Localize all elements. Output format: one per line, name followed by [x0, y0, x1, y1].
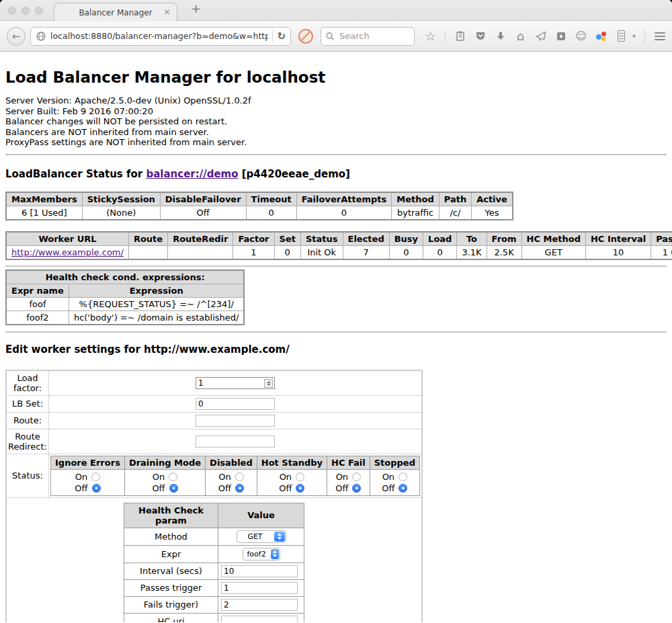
health-check-param-table: Health Check param Value Method GET — [124, 503, 304, 623]
cell-to: 3.1K — [457, 245, 487, 259]
send-plane-icon[interactable] — [532, 27, 550, 46]
tab-balancer-manager[interactable]: Balancer Manager × — [54, 3, 177, 22]
share-colors-icon[interactable] — [592, 27, 610, 46]
minimize-window-button[interactable] — [22, 7, 30, 15]
home-icon[interactable]: ⌂ — [511, 27, 530, 46]
passes-label: Passes trigger — [124, 579, 218, 596]
off-radio[interactable] — [398, 484, 407, 493]
bookmark-star-icon[interactable]: ☆ — [421, 27, 439, 46]
form-row-health-params: Health Check param Value Method GET — [6, 497, 422, 622]
status-radio-table: Ignore Errors Draining Mode Disabled Hot… — [50, 456, 420, 496]
form-row-status: Status: Ignore Errors Draining Mode Disa… — [6, 454, 422, 497]
hc-header-row: Health Check param Value — [124, 503, 304, 528]
search-box[interactable] — [321, 27, 415, 46]
method-label: Method — [124, 528, 218, 545]
sidebar-list-icon[interactable] — [612, 27, 630, 46]
expr-select[interactable]: foof2 — [243, 548, 280, 560]
col-elected: Elected — [343, 232, 389, 246]
overflow-caret-icon[interactable]: ▾ — [632, 32, 639, 40]
route-redirect-input[interactable] — [196, 435, 275, 448]
off-radio[interactable] — [92, 484, 101, 493]
on-radio[interactable] — [91, 472, 100, 481]
route-label: Route: — [6, 412, 49, 429]
off-radio[interactable] — [296, 484, 304, 493]
expr-label: Expr — [124, 545, 218, 563]
hc-expr-title: Health check cond. expressions: — [6, 270, 244, 284]
on-radio[interactable] — [169, 472, 177, 481]
load-factor-input[interactable] — [196, 377, 275, 389]
zoom-window-button[interactable] — [35, 7, 43, 15]
close-window-button[interactable] — [8, 7, 16, 15]
reload-icon[interactable]: ↻ — [277, 30, 286, 42]
new-tab-button[interactable]: + — [191, 1, 201, 15]
save-to-device-icon[interactable] — [552, 27, 570, 46]
col-path: Path — [439, 192, 471, 206]
form-row-route: Route: — [6, 412, 422, 429]
col-status: Status — [300, 232, 343, 246]
table-row: foof %{REQUEST_STATUS} =~ /^[234]/ — [6, 297, 244, 310]
cell-set: 0 — [274, 245, 300, 259]
proxypass-note-line: ProxyPass settings are NOT inherited fro… — [5, 137, 667, 148]
col-set: Set — [274, 232, 300, 246]
route-redirect-label: Route Redirect: — [6, 429, 49, 454]
url-text[interactable]: localhost:8880/balancer-manager?b=demo&w… — [50, 31, 268, 41]
download-icon[interactable] — [491, 27, 509, 46]
number-spinner-icon[interactable] — [264, 379, 273, 388]
search-input[interactable] — [338, 30, 405, 42]
on-radio[interactable] — [235, 472, 244, 481]
cell-route — [128, 245, 167, 259]
cell-worker-url: http://www.example.com/ — [6, 245, 128, 259]
status-col-stopped: On Off — [370, 469, 419, 495]
off-radio[interactable] — [352, 484, 361, 493]
table-title-row: Health check cond. expressions: — [6, 270, 244, 284]
fails-input[interactable] — [221, 599, 298, 611]
tab-bar: Balancer Manager × + — [0, 0, 672, 21]
on-radio[interactable] — [398, 472, 407, 481]
lb-set-input[interactable] — [196, 398, 275, 410]
col-from: From — [487, 232, 521, 246]
interval-input[interactable] — [221, 565, 298, 577]
balancer-status-table: MaxMembers StickySession DisableFailover… — [5, 192, 513, 220]
lb-set-label: LB Set: — [6, 395, 49, 412]
off-radio[interactable] — [235, 484, 244, 493]
hc-row-passes: Passes trigger — [124, 579, 304, 596]
worker-status-table: Worker URL Route RouteRedir Factor Set S… — [5, 231, 672, 260]
balancer-status-heading: LoadBalancer Status for balancer://demo … — [5, 168, 667, 180]
page-title: Load Balancer Manager for localhost — [5, 69, 667, 86]
cell-routeredir — [168, 245, 233, 259]
status-radio-row: On Off On Off On Off — [51, 469, 420, 495]
on-radio[interactable] — [352, 472, 361, 481]
bookmarks-clipboard-icon[interactable] — [451, 27, 469, 46]
persist-note-line: Balancer changes will NOT be persisted o… — [5, 116, 667, 127]
hc-row-interval: Interval (secs) — [124, 563, 304, 579]
fails-label: Fails trigger) — [124, 596, 218, 613]
content-blocker-icon[interactable] — [298, 29, 313, 44]
hc-row-expr: Expr foof2 — [124, 545, 304, 563]
server-version-line: Server Version: Apache/2.5.0-dev (Unix) … — [5, 95, 667, 106]
heading-prefix: LoadBalancer Status for — [5, 168, 146, 180]
passes-input[interactable] — [221, 582, 298, 594]
route-input[interactable] — [196, 415, 275, 427]
method-select[interactable]: GET — [237, 530, 286, 543]
hc-row-hc-uri: HC uri — [124, 613, 304, 622]
off-radio[interactable] — [169, 484, 178, 493]
window-controls[interactable] — [8, 7, 43, 15]
cell-failoverattempts: 0 — [296, 206, 392, 220]
off-label: Off — [218, 483, 231, 494]
hc-expressions-table: Health check cond. expressions: Expr nam… — [5, 269, 245, 325]
menu-hamburger-icon[interactable] — [650, 27, 669, 46]
on-radio[interactable] — [296, 472, 304, 481]
pocket-icon[interactable] — [471, 27, 489, 46]
worker-url-link[interactable]: http://www.example.com/ — [11, 247, 124, 257]
balancer-demo-link[interactable]: balancer://demo — [146, 168, 238, 180]
url-bar[interactable]: localhost:8880/balancer-manager?b=demo&w… — [30, 27, 291, 46]
tab-close-icon[interactable]: × — [163, 7, 171, 17]
col-expr-name: Expr name — [6, 284, 69, 297]
hc-uri-input[interactable] — [221, 616, 298, 623]
chat-smiley-icon[interactable]: ☺ — [572, 27, 590, 46]
section-divider — [5, 265, 667, 267]
cell-method: bytraffic — [392, 206, 439, 220]
table-row: http://www.example.com/ 1 0 Init Ok 7 0 … — [6, 245, 672, 259]
back-button[interactable]: ← — [7, 27, 26, 46]
cell-path: /c/ — [439, 206, 471, 220]
